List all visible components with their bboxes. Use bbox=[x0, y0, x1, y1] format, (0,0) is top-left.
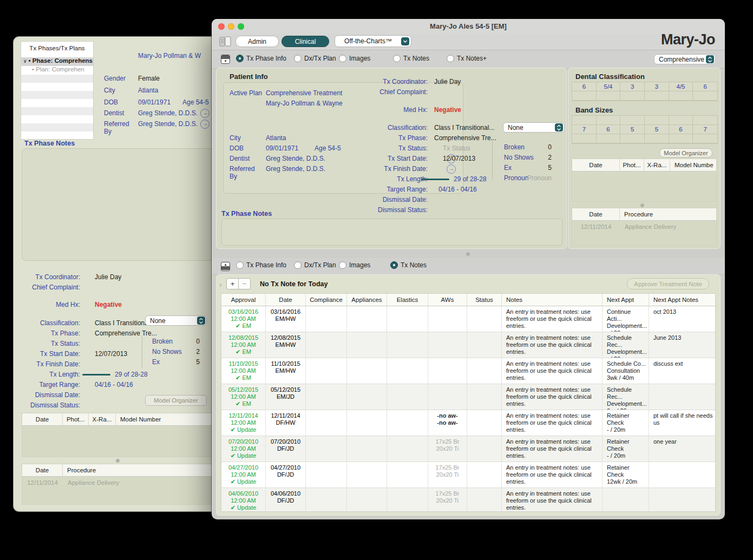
dental-cell[interactable]: 4/5 bbox=[669, 82, 693, 91]
tab-tx-notes[interactable]: Tx Notes bbox=[393, 55, 429, 62]
appliances-cell[interactable] bbox=[347, 410, 387, 436]
next-appt-notes-cell[interactable] bbox=[649, 488, 715, 512]
band-cell[interactable]: 5 bbox=[645, 125, 669, 134]
tab2-tx-phase-info[interactable]: Tx Phase Info bbox=[236, 261, 286, 269]
procedures-table[interactable]: Date Procedure 12/11/2014 Appliance Deli… bbox=[572, 208, 717, 246]
next-appt-cell[interactable]: Schedule Rec... Development... 6m / 20m bbox=[603, 384, 649, 410]
lw-splitter-handle[interactable] bbox=[116, 459, 120, 463]
add-note-button[interactable]: + bbox=[226, 278, 239, 289]
status-cell[interactable] bbox=[467, 306, 502, 332]
band-cell[interactable] bbox=[597, 134, 621, 143]
approval-cell[interactable]: 04/06/2010 12:00 AM ✔ Update bbox=[221, 488, 266, 512]
notes-cell[interactable]: An entry in treatment notes: use freefor… bbox=[502, 358, 603, 384]
tx-note-row[interactable]: 12/08/2015 12:00 AM ✔ EM 12/08/2015 EM/H… bbox=[221, 332, 715, 358]
band-cell[interactable] bbox=[620, 116, 645, 125]
band-cell[interactable]: 7 bbox=[572, 125, 597, 134]
tx-note-row[interactable]: 05/12/2015 12:00 AM ✔ EM 05/12/2015 EM/J… bbox=[221, 384, 715, 410]
lw-none-dropdown[interactable]: None bbox=[145, 315, 207, 326]
aws-cell[interactable]: 17x25 Br 20x20 Ti bbox=[428, 488, 467, 512]
tab2-images[interactable]: Images bbox=[339, 261, 370, 269]
clinical-button[interactable]: Clinical bbox=[281, 36, 329, 47]
lw-procedures-table[interactable]: Date Procedure 12/11/2014 Appliance Deli… bbox=[22, 464, 214, 505]
next-appt-notes-cell[interactable]: pt will call if she needs us bbox=[649, 410, 715, 436]
tree-phase-row[interactable]: ∨• Phase: Comprehens bbox=[21, 57, 93, 66]
tree-plan-row[interactable]: • Plan: Comprehen bbox=[21, 66, 93, 75]
dentist-value[interactable]: Greg Stende, D.D.S. bbox=[138, 109, 198, 117]
compliance-cell[interactable] bbox=[306, 306, 347, 332]
appliances-cell[interactable] bbox=[347, 332, 387, 358]
tab-tx-phase-info[interactable]: Tx Phase Info bbox=[236, 55, 286, 62]
band-cell[interactable] bbox=[693, 116, 717, 125]
elastics-cell[interactable] bbox=[387, 384, 428, 410]
approval-cell[interactable]: 12/08/2015 12:00 AM ✔ EM bbox=[221, 332, 266, 358]
tab2-dx-tx-plan[interactable]: Dx/Tx Plan bbox=[294, 261, 336, 269]
models-table[interactable]: Date Phot... X-Ra... Model Numbe bbox=[572, 159, 717, 202]
treatment-plan-dropdown[interactable]: Comprehensive Tr bbox=[654, 54, 716, 64]
notes-cell[interactable]: An entry in treatment notes: use freefor… bbox=[502, 384, 603, 410]
status-cell[interactable] bbox=[467, 436, 502, 462]
appliances-cell[interactable] bbox=[347, 462, 387, 487]
next-appt-notes-cell[interactable] bbox=[649, 384, 715, 410]
next-appt-cell[interactable]: Schedule Rec... Development... - / 20m bbox=[603, 332, 649, 358]
band-cell[interactable] bbox=[572, 116, 597, 125]
band-cell[interactable]: 7 bbox=[693, 125, 717, 134]
compliance-cell[interactable] bbox=[306, 436, 347, 462]
approval-cell[interactable]: 11/10/2015 12:00 AM ✔ EM bbox=[221, 358, 266, 384]
compliance-cell[interactable] bbox=[306, 488, 347, 512]
tx-status-field[interactable]: Tx Status bbox=[443, 144, 470, 152]
next-appt-cell[interactable]: Schedule Co... Consultation 3wk / 40m bbox=[603, 358, 649, 384]
aws-cell[interactable]: 17x25 Br 20x20 Ti bbox=[428, 436, 467, 462]
patient-chart-icon[interactable] bbox=[219, 36, 231, 49]
dental-cell[interactable]: 5/4 bbox=[597, 82, 621, 91]
aws-cell[interactable]: 17x25 Br 20x20 Ti bbox=[428, 462, 467, 487]
lw-models-table[interactable]: Date Phot... X-Ra... Model Number bbox=[22, 413, 214, 457]
tx-note-row[interactable]: 11/10/2015 12:00 AM ✔ EM 11/10/2015 EM/H… bbox=[221, 358, 715, 384]
notes-cell[interactable]: An entry in treatment notes: use freefor… bbox=[502, 436, 603, 462]
elastics-cell[interactable] bbox=[387, 306, 428, 332]
band-cell[interactable] bbox=[645, 134, 669, 143]
band-cell[interactable] bbox=[620, 134, 645, 143]
aws-cell[interactable] bbox=[428, 358, 467, 384]
appliances-cell[interactable] bbox=[347, 488, 387, 512]
model-organizer-button[interactable]: Model Organizer bbox=[659, 148, 712, 157]
tx-phase-notes-box[interactable] bbox=[221, 219, 562, 246]
appliances-cell[interactable] bbox=[347, 436, 387, 462]
tab-dx-tx-plan[interactable]: Dx/Tx Plan bbox=[294, 55, 336, 62]
status-cell[interactable] bbox=[467, 384, 502, 410]
city-value[interactable]: Atlanta bbox=[138, 87, 158, 94]
next-appt-notes-cell[interactable] bbox=[649, 462, 715, 487]
status-cell[interactable] bbox=[467, 488, 502, 512]
approval-cell[interactable]: 04/27/2010 12:00 AM ✔ Update bbox=[221, 462, 266, 487]
lw-tx-phase-notes-box[interactable] bbox=[22, 148, 214, 261]
splitter-handle[interactable] bbox=[640, 203, 644, 207]
open-referrer-icon[interactable]: → bbox=[200, 120, 209, 129]
tab-tx-notes-plus[interactable]: Tx Notes+ bbox=[447, 55, 487, 62]
status-cell[interactable] bbox=[467, 332, 502, 358]
next-appt-cell[interactable]: Continue Acti... Development... - / 20m bbox=[603, 306, 649, 332]
band-cell[interactable]: 5 bbox=[620, 125, 645, 134]
tx-note-row[interactable]: 12/11/2014 12:00 AM ✔ Update 12/11/2014 … bbox=[221, 410, 715, 436]
tx-phase-value[interactable]: Comprehensive Tre... bbox=[434, 134, 496, 142]
pronoun-field[interactable]: Pronoun bbox=[526, 174, 552, 182]
classification-value[interactable]: Class I Transitional... bbox=[434, 124, 494, 131]
aws-cell[interactable] bbox=[428, 306, 467, 332]
remove-note-button[interactable]: − bbox=[238, 278, 251, 289]
status-cell[interactable] bbox=[467, 358, 502, 384]
elastics-cell[interactable] bbox=[387, 436, 428, 462]
band-cell[interactable] bbox=[572, 134, 597, 143]
aws-cell[interactable]: -no aw- -no aw- bbox=[428, 410, 467, 436]
status-cell[interactable] bbox=[467, 410, 502, 436]
band-cell[interactable] bbox=[693, 134, 717, 143]
dental-cell[interactable]: 3 bbox=[645, 82, 669, 91]
tx-note-row[interactable]: 03/16/2016 12:00 AM ✔ EM 03/16/2016 EM/H… bbox=[221, 306, 715, 332]
dental-cell[interactable] bbox=[669, 91, 693, 101]
dental-cell[interactable]: 6 bbox=[693, 82, 717, 91]
lw-tx-start-value[interactable]: 12/07/2013 bbox=[95, 350, 127, 358]
elastics-cell[interactable] bbox=[387, 332, 428, 358]
dental-cell[interactable] bbox=[620, 91, 645, 101]
tx-note-row[interactable]: 04/06/2010 12:00 AM ✔ Update 04/06/2010 … bbox=[221, 488, 715, 512]
compliance-cell[interactable] bbox=[306, 358, 347, 384]
target-range-value[interactable]: 04/16 - 04/16 bbox=[438, 186, 477, 193]
lw-tx-coordinator-value[interactable]: Julie Day bbox=[95, 273, 121, 281]
tx-coordinator-value[interactable]: Julie Day bbox=[434, 78, 461, 85]
